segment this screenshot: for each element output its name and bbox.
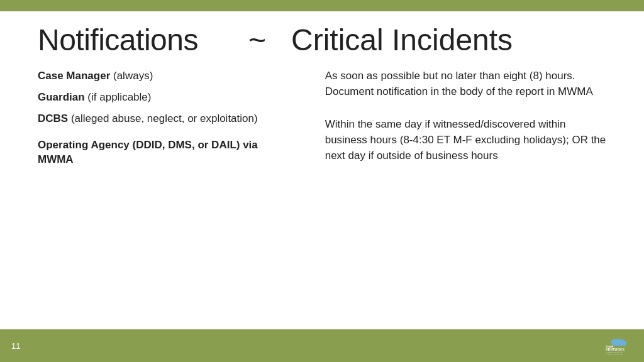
left-item-3: DCBS (alleged abuse, neglect, or exploit…: [38, 111, 294, 126]
body-columns: Case Manager (always) Guardian (if appli…: [38, 69, 606, 323]
left-column: Case Manager (always) Guardian (if appli…: [38, 69, 306, 323]
header-tilde: ~: [248, 23, 266, 57]
logo-area: TEAM KENTUCKY. CABINET FOR HEALTH AND FA…: [605, 332, 633, 359]
svg-rect-3: [613, 343, 626, 346]
top-bar: [0, 0, 644, 11]
left-item-2-regular: (if applicable): [85, 91, 152, 103]
right-column: As soon as possible but no later than ei…: [325, 69, 606, 323]
team-kentucky-logo: TEAM KENTUCKY. CABINET FOR HEALTH AND FA…: [605, 332, 633, 359]
left-item-1-bold: Case Manager: [38, 70, 110, 82]
right-block-1: As soon as possible but no later than ei…: [325, 69, 606, 99]
header-title-left: Notifications: [38, 23, 198, 57]
left-item-1-regular: (always): [110, 70, 153, 82]
left-item-3-bold: DCBS: [38, 112, 68, 124]
left-item-3-regular: (alleged abuse, neglect, or exploitation…: [68, 112, 257, 124]
left-item-2: Guardian (if applicable): [38, 90, 294, 105]
header-row: Notifications ~ Critical Incidents: [38, 18, 606, 57]
left-item-2-bold: Guardian: [38, 91, 85, 103]
slide-number: 11: [11, 341, 20, 351]
left-item-4: Operating Agency (DDID, DMS, or DAIL) vi…: [38, 138, 294, 167]
svg-text:KENTUCKY.: KENTUCKY.: [606, 348, 625, 351]
svg-text:AND FAMILY SERVICES: AND FAMILY SERVICES: [606, 353, 623, 355]
header-title-right: Critical Incidents: [291, 23, 513, 57]
left-item-1: Case Manager (always): [38, 69, 294, 84]
main-content: Notifications ~ Critical Incidents Case …: [0, 11, 644, 329]
right-block-2: Within the same day if witnessed/discove…: [325, 117, 606, 163]
bottom-bar: 11 TEAM KENTUCKY. CABINET FOR HEALTH AND…: [0, 329, 644, 362]
